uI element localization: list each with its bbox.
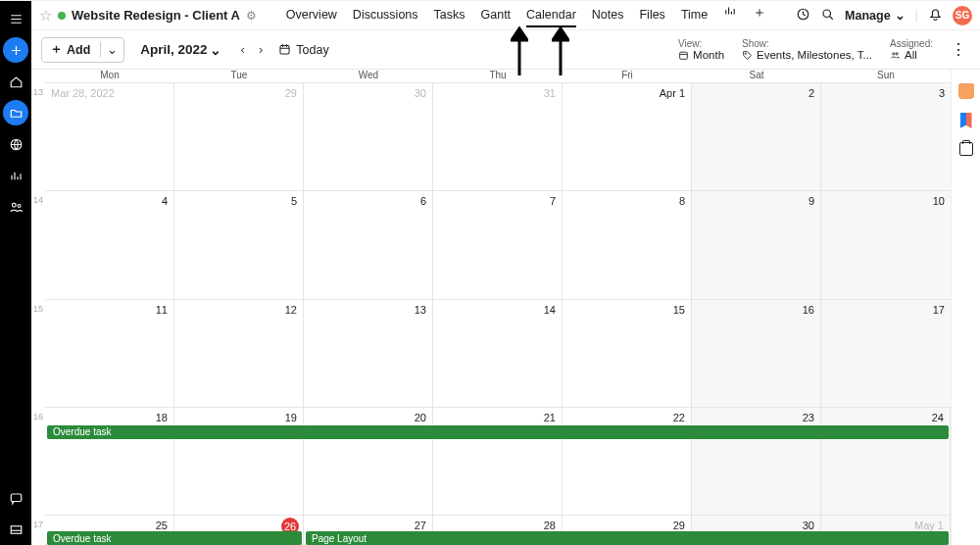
tab-overview[interactable]: Overview	[286, 4, 337, 27]
people-icon[interactable]	[3, 194, 28, 220]
calendar-cell[interactable]: 22	[563, 408, 692, 515]
calendar-cell[interactable]: 30	[304, 83, 433, 190]
calendar-cell[interactable]: 15	[563, 300, 692, 407]
gear-icon[interactable]: ⚙	[246, 9, 257, 23]
calendar-cell[interactable]: 21	[433, 408, 563, 515]
add-dropdown-caret[interactable]: ⌄	[100, 42, 123, 57]
calendar-cell[interactable]: 4	[45, 191, 174, 298]
show-selector[interactable]: Show: Events, Milestones, T...	[742, 38, 872, 61]
star-icon[interactable]: ☆	[39, 7, 52, 25]
bell-icon[interactable]	[928, 7, 943, 25]
tab-calendar[interactable]: Calendar	[526, 4, 576, 27]
event-bar[interactable]: Page Layout	[306, 531, 949, 545]
bookmark-shortcut-icon[interactable]	[960, 113, 972, 128]
home-icon[interactable]	[3, 69, 28, 94]
calendar-cell[interactable]: 5	[174, 191, 304, 298]
manage-dropdown[interactable]: Manage⌄	[845, 8, 906, 23]
quick-strip	[951, 70, 980, 545]
chat-icon[interactable]	[3, 485, 28, 511]
calendar-row: 252627282930May 1Overdue taskPage Layout	[45, 516, 951, 545]
tab-gantt[interactable]: Gantt	[481, 4, 512, 27]
calendar-shortcut-icon[interactable]	[959, 142, 973, 156]
global-add-button[interactable]	[3, 37, 28, 63]
add-button[interactable]: ＋Add ⌄	[41, 37, 124, 63]
day-number: 14	[544, 304, 556, 316]
calendar-cell[interactable]: 16	[692, 300, 821, 407]
calendar-cell[interactable]: 29	[174, 83, 304, 190]
calendar-icon	[278, 43, 291, 56]
chevron-down-icon: ⌄	[210, 42, 221, 58]
top-bar: ☆ Website Redesign - Client A ⚙ Overview…	[31, 1, 980, 30]
today-button[interactable]: Today	[278, 43, 328, 57]
calendar-cell[interactable]: 13	[304, 300, 433, 407]
calendar-cell[interactable]: 2	[692, 83, 821, 190]
calendar-cell[interactable]: 19	[174, 408, 304, 515]
calendar-cell[interactable]: 24	[821, 408, 951, 515]
calendar-cell[interactable]: 17	[821, 300, 951, 407]
more-options-button[interactable]: ⋮	[951, 40, 966, 59]
svg-rect-8	[680, 52, 688, 59]
calendar-cell[interactable]: 9	[692, 191, 821, 298]
manage-label: Manage	[845, 9, 891, 23]
calendar-cell[interactable]: 11	[45, 300, 174, 407]
reports-icon[interactable]	[3, 163, 28, 188]
bottom-panel-icon[interactable]	[3, 517, 28, 542]
day-number: Mar 28, 2022	[51, 87, 115, 99]
svg-rect-3	[11, 494, 22, 502]
tab-discussions[interactable]: Discussions	[353, 4, 418, 27]
day-number: 25	[156, 520, 168, 531]
view-label: View:	[678, 38, 724, 49]
tab-notes[interactable]: Notes	[592, 4, 624, 27]
event-bar[interactable]: Overdue task	[47, 531, 302, 545]
day-number: 4	[162, 195, 168, 207]
globe-icon[interactable]	[3, 131, 28, 157]
tab-time[interactable]: Time	[681, 4, 708, 27]
notes-shortcut-icon[interactable]	[958, 83, 974, 99]
prev-month-button[interactable]: ‹	[241, 42, 245, 57]
calendar-cell[interactable]: 12	[174, 300, 304, 407]
tab-tasks[interactable]: Tasks	[434, 4, 466, 27]
clock-icon[interactable]	[796, 7, 810, 25]
calendar-cell[interactable]: 23	[692, 408, 821, 515]
calendar-cell[interactable]: 14	[433, 300, 563, 407]
today-label: Today	[296, 43, 328, 57]
day-header: Sun	[821, 70, 951, 82]
assigned-selector[interactable]: Assigned: All	[890, 38, 933, 61]
folder-icon[interactable]	[3, 100, 28, 125]
day-number: 18	[156, 412, 168, 423]
month-picker[interactable]: April, 2022⌄	[140, 42, 220, 58]
calendar-cell[interactable]: Apr 1	[563, 83, 692, 190]
calendar-cell[interactable]: 3	[821, 83, 951, 190]
day-header: Tue	[174, 70, 304, 82]
event-bar[interactable]: Overdue task	[47, 425, 949, 439]
day-number: 30	[803, 520, 814, 531]
day-header: Wed	[304, 70, 433, 82]
view-selector[interactable]: View: Month	[678, 38, 724, 61]
day-number: 15	[673, 304, 685, 316]
day-number: 17	[933, 304, 945, 316]
calendar-cell[interactable]: 20	[304, 408, 433, 515]
avatar[interactable]: SG	[953, 6, 972, 25]
day-number: 31	[544, 87, 556, 99]
week-number: 15	[31, 300, 45, 408]
assigned-value: All	[905, 49, 917, 61]
tab-chart-icon[interactable]	[723, 4, 737, 27]
hamburger-icon[interactable]	[3, 6, 28, 31]
calendar-icon	[678, 50, 689, 61]
calendar-cell[interactable]: 7	[433, 191, 563, 298]
calendar-cell[interactable]: 6	[304, 191, 433, 298]
project-title: Website Redesign - Client A	[72, 8, 240, 23]
calendar-cell[interactable]: 31	[433, 83, 563, 190]
calendar-cell[interactable]: 18	[45, 408, 174, 515]
calendar-cell[interactable]: 10	[821, 191, 951, 298]
tab-add-icon[interactable]: ＋	[753, 4, 766, 27]
tab-files[interactable]: Files	[639, 4, 664, 27]
day-number: 6	[420, 195, 426, 207]
svg-point-11	[896, 52, 898, 54]
search-icon[interactable]	[820, 7, 835, 25]
calendar-cell[interactable]: Mar 28, 2022	[45, 83, 174, 190]
svg-point-9	[745, 53, 746, 54]
next-month-button[interactable]: ›	[259, 42, 263, 57]
calendar-cell[interactable]: 8	[563, 191, 692, 298]
day-number: 20	[415, 412, 426, 423]
